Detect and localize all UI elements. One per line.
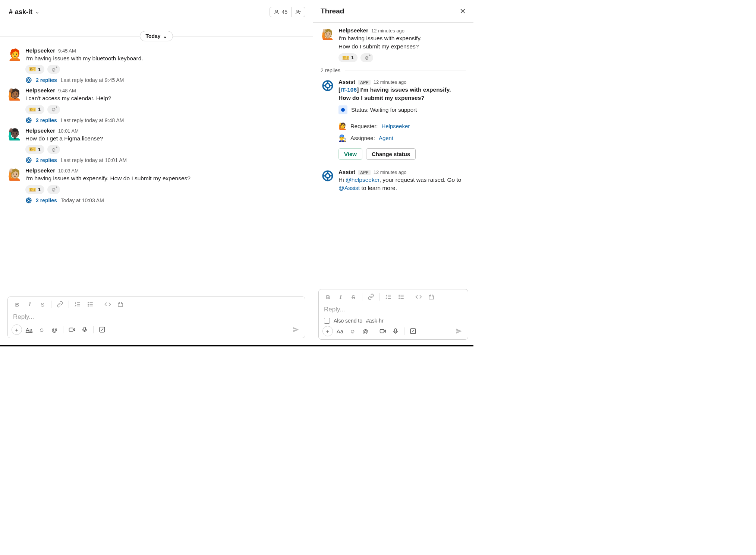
- codeblock-button[interactable]: [115, 299, 126, 310]
- close-thread-button[interactable]: ✕: [460, 7, 466, 16]
- channel-title[interactable]: # ask-it ⌄: [9, 8, 39, 16]
- reaction-ticket[interactable]: 1: [25, 145, 44, 154]
- ordered-list-button[interactable]: [72, 299, 83, 310]
- open-thread[interactable]: 2 repliesToday at 10:03 AM: [25, 197, 305, 204]
- view-button[interactable]: View: [338, 148, 362, 160]
- svg-point-19: [325, 174, 330, 178]
- video-button[interactable]: [66, 324, 78, 335]
- open-thread[interactable]: 2 repliesLast reply today at 9:45 AM: [25, 77, 305, 83]
- ordered-list-button[interactable]: [383, 292, 394, 302]
- svg-point-3: [28, 79, 30, 81]
- mention-button[interactable]: @: [49, 324, 60, 335]
- bold-button[interactable]: B: [12, 299, 23, 310]
- svg-point-0: [276, 10, 278, 12]
- replies-link[interactable]: 2 replies: [36, 157, 57, 163]
- replies-link[interactable]: 2 replies: [36, 77, 57, 83]
- shortcuts-button[interactable]: [407, 326, 419, 336]
- lifesaver-icon: [25, 197, 32, 204]
- add-reaction-button[interactable]: ☺+: [47, 145, 60, 154]
- bullet-list-button[interactable]: [85, 299, 96, 310]
- strike-button[interactable]: S: [348, 292, 359, 302]
- lifesaver-icon: [25, 157, 32, 164]
- attach-button[interactable]: +: [322, 326, 333, 336]
- mic-button[interactable]: [79, 324, 90, 335]
- message-text: I'm having issues with expensify. How do…: [25, 174, 305, 183]
- thread-composer-input[interactable]: Reply...: [319, 302, 468, 317]
- author-name[interactable]: Assist: [338, 79, 355, 85]
- send-button[interactable]: [454, 326, 464, 336]
- member-count-button[interactable]: 45: [270, 7, 291, 17]
- emoji-button[interactable]: ☺: [36, 324, 47, 335]
- date-divider[interactable]: Today ⌄: [140, 31, 173, 41]
- author-name[interactable]: Assist: [338, 169, 355, 175]
- bold-button[interactable]: B: [322, 292, 334, 302]
- italic-button[interactable]: I: [24, 299, 35, 310]
- svg-point-7: [28, 159, 30, 161]
- add-reaction-button[interactable]: ☺+: [47, 105, 60, 114]
- svg-point-12: [88, 306, 89, 307]
- timestamp: 9:48 AM: [58, 88, 76, 93]
- italic-button[interactable]: I: [335, 292, 346, 302]
- chevron-down-icon: ⌄: [35, 9, 39, 15]
- author-name[interactable]: Helpseeker: [25, 87, 55, 93]
- code-button[interactable]: [413, 292, 424, 302]
- author-name[interactable]: Helpseeker: [338, 27, 368, 34]
- link-button[interactable]: [365, 292, 377, 302]
- code-button[interactable]: [102, 299, 113, 310]
- svg-point-5: [28, 119, 30, 121]
- mic-button[interactable]: [390, 326, 401, 336]
- svg-point-22: [399, 298, 400, 299]
- timestamp: 10:01 AM: [58, 128, 79, 134]
- add-reaction-button[interactable]: ☺+: [47, 65, 60, 74]
- channel-message: 🙋🏿‍♂️Helpseeker10:01 AMHow do I get a Fi…: [0, 125, 313, 165]
- add-reaction-button[interactable]: ☺+: [360, 53, 373, 62]
- replies-link[interactable]: 2 replies: [36, 117, 57, 123]
- assist-avatar: [321, 169, 335, 183]
- emoji-button[interactable]: ☺: [347, 326, 358, 336]
- requester-link[interactable]: Helpseeker: [381, 123, 410, 129]
- mention-link[interactable]: @Assist: [338, 185, 360, 191]
- author-name[interactable]: Helpseeker: [25, 127, 55, 134]
- bullet-list-button[interactable]: [396, 292, 407, 302]
- strike-button[interactable]: S: [37, 299, 48, 310]
- avatar: 🙋🏼: [7, 167, 22, 181]
- replies-link[interactable]: 2 replies: [36, 197, 57, 203]
- ticket-link[interactable]: IT-106: [340, 86, 357, 93]
- mention-link[interactable]: @helpseeker: [346, 177, 379, 183]
- author-name[interactable]: Helpseeker: [25, 47, 55, 54]
- change-status-button[interactable]: Change status: [366, 148, 416, 160]
- add-reaction-button[interactable]: ☺+: [47, 185, 60, 194]
- open-thread[interactable]: 2 repliesLast reply today at 10:01 AM: [25, 157, 305, 164]
- reaction-ticket[interactable]: 1: [25, 65, 44, 74]
- timestamp: 12 minutes ago: [374, 169, 407, 175]
- status-icon: [338, 105, 347, 114]
- formatting-toggle[interactable]: Aa: [23, 324, 35, 335]
- codeblock-button[interactable]: [426, 292, 437, 302]
- open-thread[interactable]: 2 repliesLast reply today at 9:48 AM: [25, 117, 305, 124]
- mention-button[interactable]: @: [360, 326, 371, 336]
- formatting-toggle[interactable]: Aa: [334, 326, 346, 336]
- add-people-button[interactable]: [291, 7, 305, 17]
- status-label: Status: Waiting for support: [351, 107, 417, 113]
- author-name[interactable]: Helpseeker: [25, 167, 55, 174]
- composer-input[interactable]: Reply...: [8, 310, 305, 324]
- shortcuts-button[interactable]: [97, 324, 108, 335]
- reaction-ticket[interactable]: 1: [25, 105, 44, 114]
- lifesaver-icon: [25, 117, 32, 124]
- message-list: Today ⌄ 🧑‍🦰Helpseeker9:45 AMI'm having i…: [0, 24, 313, 292]
- link-button[interactable]: [54, 299, 66, 310]
- thread-reply: Assist APP 12 minutes ago [IT-106] I'm h…: [313, 74, 473, 161]
- also-send-checkbox[interactable]: [324, 318, 330, 324]
- attach-button[interactable]: +: [12, 324, 22, 335]
- svg-point-1: [297, 10, 299, 12]
- svg-point-20: [399, 295, 400, 296]
- send-button[interactable]: [291, 324, 301, 335]
- assignee-link[interactable]: Agent: [379, 135, 393, 141]
- add-person-icon: [295, 9, 301, 15]
- video-button[interactable]: [377, 326, 388, 336]
- timestamp: 10:03 AM: [58, 168, 79, 174]
- member-count: 45: [281, 9, 287, 15]
- reaction-ticket[interactable]: 1: [338, 53, 357, 62]
- assist-avatar: [321, 79, 335, 93]
- reaction-ticket[interactable]: 1: [25, 185, 44, 194]
